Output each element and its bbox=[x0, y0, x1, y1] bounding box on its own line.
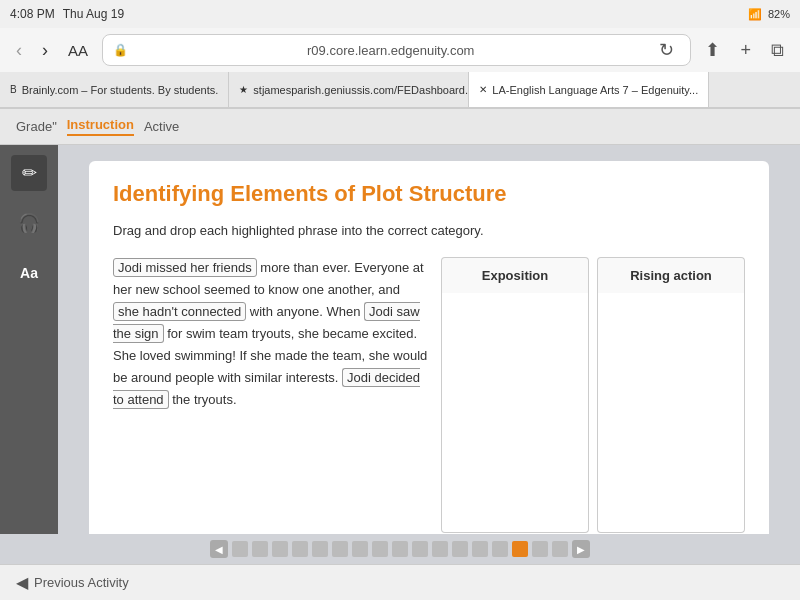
page-dot-15[interactable] bbox=[532, 541, 548, 557]
text-segment-4: the tryouts. bbox=[172, 392, 236, 407]
status-bar-right: 📶 82% bbox=[748, 8, 790, 21]
tab-active[interactable]: Active bbox=[144, 119, 179, 134]
breadcrumb-grade: Grade" bbox=[16, 119, 57, 134]
content-body: ✏ 🎧 Aa Identifying Elements of Plot Stru… bbox=[0, 145, 800, 534]
tab-label-brainly: Brainly.com – For students. By students. bbox=[22, 84, 219, 96]
activity-area: Jodi missed her friends more than ever. … bbox=[113, 257, 745, 533]
tab-genius[interactable]: ★ stjamesparish.geniussis.com/FEDashboar… bbox=[229, 72, 469, 107]
text-size-icon[interactable]: Aa bbox=[11, 255, 47, 291]
top-bar: Grade" Instruction Active bbox=[0, 109, 800, 145]
page-dot-13[interactable] bbox=[492, 541, 508, 557]
battery-indicator: 82% bbox=[768, 8, 790, 20]
reader-mode-button[interactable]: AA bbox=[62, 38, 94, 63]
previous-activity-label: Previous Activity bbox=[34, 575, 129, 590]
tab-label-edgenuity: LA-English Language Arts 7 – Edgenuity..… bbox=[492, 84, 698, 96]
story-text: Jodi missed her friends more than ever. … bbox=[113, 257, 429, 533]
url-text: r09.core.learn.edgenuity.com bbox=[136, 43, 645, 58]
browser-chrome: ‹ › AA 🔒 r09.core.learn.edgenuity.com ↻ … bbox=[0, 28, 800, 109]
pagination-prev-button[interactable]: ◀ bbox=[210, 540, 228, 558]
status-bar-left: 4:08 PM Thu Aug 19 bbox=[10, 7, 124, 21]
prev-arrow-icon: ◀ bbox=[16, 573, 28, 592]
lock-icon: 🔒 bbox=[113, 43, 128, 57]
page-dot-4[interactable] bbox=[312, 541, 328, 557]
rising-action-column: Rising action bbox=[597, 257, 745, 533]
instruction-text: Drag and drop each highlighted phrase in… bbox=[113, 221, 745, 241]
sidebar: ✏ 🎧 Aa bbox=[0, 145, 58, 534]
exposition-column: Exposition bbox=[441, 257, 589, 533]
page-dot-3[interactable] bbox=[292, 541, 308, 557]
rising-action-header: Rising action bbox=[597, 257, 745, 293]
wifi-icon: 📶 bbox=[748, 8, 762, 21]
drop-columns: Exposition Rising action bbox=[441, 257, 745, 533]
previous-activity-link[interactable]: ◀ Previous Activity bbox=[16, 573, 129, 592]
page-dot-16[interactable] bbox=[552, 541, 568, 557]
page-dot-11[interactable] bbox=[452, 541, 468, 557]
card-title: Identifying Elements of Plot Structure bbox=[113, 181, 745, 207]
rising-action-drop-zone[interactable] bbox=[597, 293, 745, 533]
bottom-bar: ◀ Previous Activity bbox=[0, 564, 800, 600]
forward-button[interactable]: › bbox=[36, 36, 54, 65]
headphones-icon[interactable]: 🎧 bbox=[11, 205, 47, 241]
page-dot-6[interactable] bbox=[352, 541, 368, 557]
tabs-overview-button[interactable]: ⧉ bbox=[765, 36, 790, 65]
highlight-jodi-missed[interactable]: Jodi missed her friends bbox=[113, 258, 257, 277]
back-button[interactable]: ‹ bbox=[10, 36, 28, 65]
tab-brainly[interactable]: B Brainly.com – For students. By student… bbox=[0, 72, 229, 107]
nav-bar: ‹ › AA 🔒 r09.core.learn.edgenuity.com ↻ … bbox=[0, 28, 800, 72]
share-button[interactable]: ⬆ bbox=[699, 35, 726, 65]
tabs-bar: B Brainly.com – For students. By student… bbox=[0, 72, 800, 108]
middle-section: Grade" Instruction Active ✏ 🎧 Aa Identif… bbox=[0, 109, 800, 534]
status-time: 4:08 PM bbox=[10, 7, 55, 21]
pagination-next-button[interactable]: ▶ bbox=[572, 540, 590, 558]
status-bar: 4:08 PM Thu Aug 19 📶 82% bbox=[0, 0, 800, 28]
page-dot-1[interactable] bbox=[252, 541, 268, 557]
tab-instruction[interactable]: Instruction bbox=[67, 117, 134, 136]
pagination-bar: ◀ ▶ bbox=[0, 534, 800, 564]
tab-edgenuity[interactable]: ✕ LA-English Language Arts 7 – Edgenuity… bbox=[469, 72, 709, 107]
highlight-she-hadnt[interactable]: she hadn't connected bbox=[113, 302, 246, 321]
page-dot-10[interactable] bbox=[432, 541, 448, 557]
activity-card: Identifying Elements of Plot Structure D… bbox=[89, 161, 769, 534]
page-dot-0[interactable] bbox=[232, 541, 248, 557]
main-page: Identifying Elements of Plot Structure D… bbox=[58, 145, 800, 534]
add-tab-button[interactable]: + bbox=[734, 36, 757, 65]
text-segment-2: with anyone. When bbox=[250, 304, 364, 319]
pencil-icon[interactable]: ✏ bbox=[11, 155, 47, 191]
tab-label-genius: stjamesparish.geniussis.com/FEDashboard.… bbox=[253, 84, 469, 96]
exposition-header: Exposition bbox=[441, 257, 589, 293]
page-dot-2[interactable] bbox=[272, 541, 288, 557]
page-dot-14[interactable] bbox=[512, 541, 528, 557]
page-dot-8[interactable] bbox=[392, 541, 408, 557]
status-date: Thu Aug 19 bbox=[63, 7, 124, 21]
address-bar[interactable]: 🔒 r09.core.learn.edgenuity.com ↻ bbox=[102, 34, 691, 66]
tab-favicon-brainly: B bbox=[10, 84, 17, 95]
page-dot-7[interactable] bbox=[372, 541, 388, 557]
exposition-drop-zone[interactable] bbox=[441, 293, 589, 533]
page-dot-5[interactable] bbox=[332, 541, 348, 557]
page-dot-12[interactable] bbox=[472, 541, 488, 557]
tab-favicon-genius: ★ bbox=[239, 84, 248, 95]
tab-favicon-edgenuity: ✕ bbox=[479, 84, 487, 95]
full-page: 4:08 PM Thu Aug 19 📶 82% ‹ › AA 🔒 r09.co… bbox=[0, 0, 800, 600]
reload-button[interactable]: ↻ bbox=[653, 35, 680, 65]
page-dot-9[interactable] bbox=[412, 541, 428, 557]
